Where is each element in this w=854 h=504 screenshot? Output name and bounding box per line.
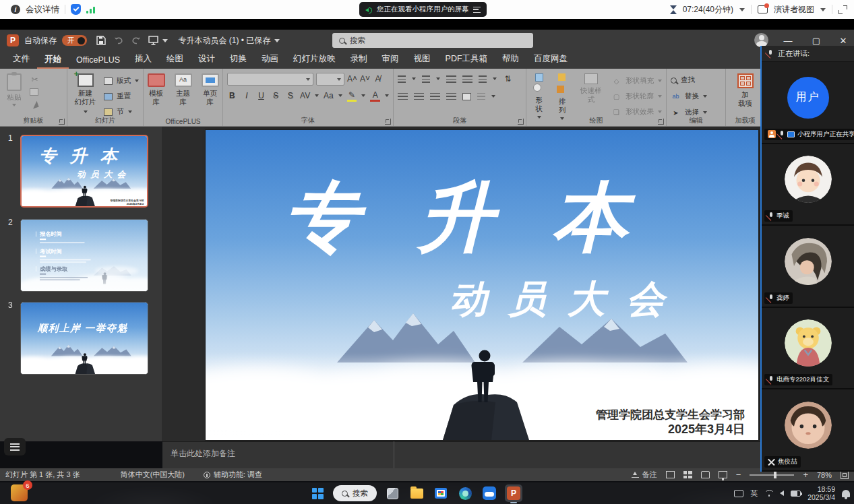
decrease-indent-icon[interactable] bbox=[446, 75, 456, 83]
tab-draw[interactable]: 绘图 bbox=[159, 51, 191, 69]
arrange-button[interactable]: 排列 bbox=[553, 72, 570, 121]
cut-icon[interactable]: ✂ bbox=[30, 75, 40, 84]
text-shadow-icon[interactable]: S bbox=[285, 91, 295, 100]
page-library-button[interactable]: 单页库 bbox=[199, 72, 222, 108]
powerpoint-taskbar-button[interactable]: P bbox=[505, 484, 522, 502]
document-title[interactable]: 专升本动员会 (1) • 已保存 bbox=[179, 35, 280, 46]
char-spacing-icon[interactable]: AV bbox=[300, 91, 310, 100]
justify-icon[interactable] bbox=[446, 93, 456, 100]
tab-home[interactable]: 开始 bbox=[37, 51, 69, 69]
undo-button[interactable] bbox=[110, 33, 127, 48]
shapes-button[interactable]: 形状 bbox=[530, 72, 547, 121]
increase-indent-icon[interactable] bbox=[462, 75, 472, 83]
tab-baidu-netdisk[interactable]: 百度网盘 bbox=[526, 51, 575, 69]
search-input[interactable]: 搜索 bbox=[332, 33, 533, 48]
clear-format-icon[interactable]: A̸ bbox=[373, 74, 383, 84]
replace-button[interactable]: ab替换 bbox=[671, 90, 721, 103]
bullets-icon[interactable] bbox=[398, 75, 406, 83]
quick-access-dropdown-icon[interactable] bbox=[162, 39, 168, 42]
slide-sorter-view-button[interactable] bbox=[683, 471, 692, 478]
underline-icon[interactable]: U bbox=[256, 91, 266, 100]
panel-view-toggle-button[interactable] bbox=[4, 438, 26, 455]
microsoft-store-button[interactable] bbox=[432, 484, 450, 502]
zoom-level[interactable]: 78% bbox=[817, 471, 832, 479]
task-view-button[interactable] bbox=[384, 484, 401, 502]
input-language-indicator[interactable]: 英 bbox=[750, 489, 758, 499]
file-explorer-button[interactable] bbox=[408, 484, 425, 502]
zoom-out-button[interactable]: − bbox=[736, 470, 741, 480]
start-slideshow-button[interactable] bbox=[145, 33, 162, 48]
slide-canvas[interactable]: 专 升 本 动 员 大 会 管理学院团总支学生会学习部 2025年3月4日 bbox=[206, 130, 758, 440]
shape-fill-button[interactable]: ◇形状填充 bbox=[611, 74, 662, 88]
fullscreen-toggle-icon[interactable] bbox=[838, 5, 847, 14]
clipboard-dialog-launcher[interactable] bbox=[59, 119, 65, 125]
participant-tile[interactable]: 季诚 bbox=[762, 144, 854, 226]
drawing-dialog-launcher[interactable] bbox=[658, 119, 664, 125]
tab-pdf-tools[interactable]: PDF工具箱 bbox=[438, 51, 495, 69]
notification-app-icon[interactable]: 6 bbox=[11, 484, 28, 501]
participant-tile[interactable]: 龚婷 bbox=[762, 226, 854, 308]
tab-review[interactable]: 审阅 bbox=[375, 51, 406, 69]
align-left-icon[interactable] bbox=[398, 93, 408, 100]
smartart-icon[interactable] bbox=[477, 93, 485, 100]
tab-animations[interactable]: 动画 bbox=[254, 51, 286, 69]
tray-clock[interactable]: 18:59 2025/3/4 bbox=[807, 485, 835, 501]
strikethrough-icon[interactable]: S bbox=[271, 91, 281, 100]
tab-slideshow[interactable]: 幻灯片放映 bbox=[286, 51, 343, 69]
participant-tile-user[interactable]: 用户 小程序用户正在共享 bbox=[762, 62, 854, 144]
italic-icon[interactable]: I bbox=[242, 91, 252, 100]
timer-dropdown-icon[interactable] bbox=[739, 8, 745, 11]
addins-button[interactable]: 加载项 bbox=[730, 72, 760, 109]
format-painter-icon[interactable]: ◢ bbox=[28, 98, 41, 111]
fit-to-window-button[interactable] bbox=[841, 471, 849, 479]
view-mode-dropdown-icon[interactable] bbox=[820, 8, 826, 11]
participant-tile[interactable]: 焦佼喆 bbox=[762, 389, 854, 472]
wifi-icon[interactable] bbox=[764, 490, 773, 497]
find-button[interactable]: 查找 bbox=[671, 73, 721, 87]
zoom-slider-thumb[interactable] bbox=[774, 472, 776, 478]
battery-icon[interactable] bbox=[791, 491, 801, 497]
meeting-details-link[interactable]: 会议详情 bbox=[26, 4, 59, 15]
powerpoint-logo-icon[interactable]: P bbox=[7, 34, 19, 46]
save-button[interactable] bbox=[92, 33, 110, 48]
theme-library-button[interactable]: Aa 主题库 bbox=[172, 72, 195, 108]
decrease-font-icon[interactable]: A˅ bbox=[360, 74, 370, 84]
language-status[interactable]: 简体中文(中国大陆) bbox=[121, 470, 185, 480]
slide-thumbnail-3[interactable]: 顺利上岸 一举夺魁 bbox=[20, 302, 148, 375]
start-button[interactable] bbox=[309, 484, 326, 502]
quick-styles-button[interactable]: 快速样式 bbox=[577, 72, 606, 121]
shape-outline-button[interactable]: ▢形状轮廓 bbox=[611, 90, 662, 103]
numbering-icon[interactable] bbox=[422, 75, 430, 83]
edge-button[interactable] bbox=[456, 484, 474, 502]
taskbar-search[interactable]: 搜索 bbox=[333, 485, 377, 501]
font-color-icon[interactable]: A bbox=[370, 90, 380, 102]
reset-button[interactable]: 重置 bbox=[104, 90, 139, 103]
font-dialog-launcher[interactable] bbox=[385, 119, 391, 125]
paragraph-dialog-launcher[interactable] bbox=[518, 119, 524, 125]
tab-help[interactable]: 帮助 bbox=[495, 51, 526, 69]
notification-center-icon[interactable] bbox=[842, 490, 850, 497]
account-avatar[interactable] bbox=[754, 33, 768, 47]
banner-menu-icon[interactable] bbox=[473, 7, 481, 13]
tab-record[interactable]: 录制 bbox=[343, 51, 375, 69]
template-library-button[interactable]: 模板库 bbox=[145, 72, 168, 108]
copy-icon[interactable] bbox=[30, 88, 38, 96]
change-case-icon[interactable]: Aa bbox=[324, 91, 334, 100]
autosave-toggle[interactable]: 开 bbox=[62, 35, 87, 46]
tab-transitions[interactable]: 切换 bbox=[222, 51, 254, 69]
slide-thumbnail-1[interactable]: 专 升 本 动 员 大 会 管理学院团总支学生会学习部 2025年3月4日 bbox=[20, 135, 148, 208]
increase-font-icon[interactable]: A˄ bbox=[347, 74, 357, 84]
line-spacing-icon[interactable] bbox=[479, 75, 487, 83]
highlight-icon[interactable]: ✎ bbox=[347, 90, 357, 102]
new-slide-button[interactable]: 新建 幻灯片 bbox=[71, 72, 99, 119]
notes-pane[interactable]: 单击此处添加备注 bbox=[162, 441, 854, 468]
font-name-combo[interactable] bbox=[227, 73, 313, 86]
zoom-slider[interactable] bbox=[750, 474, 794, 476]
slideshow-view-button[interactable] bbox=[719, 471, 727, 478]
text-direction-icon[interactable]: ⇅ bbox=[503, 74, 513, 84]
slide-thumbnail-2[interactable]: 报名时间 考试时间 成绩与录取 bbox=[20, 219, 148, 292]
cast-tray-icon[interactable] bbox=[734, 490, 743, 497]
paste-button[interactable]: 粘贴 bbox=[4, 72, 24, 109]
reading-view-button[interactable] bbox=[701, 471, 710, 478]
meeting-app-button[interactable] bbox=[481, 484, 498, 502]
